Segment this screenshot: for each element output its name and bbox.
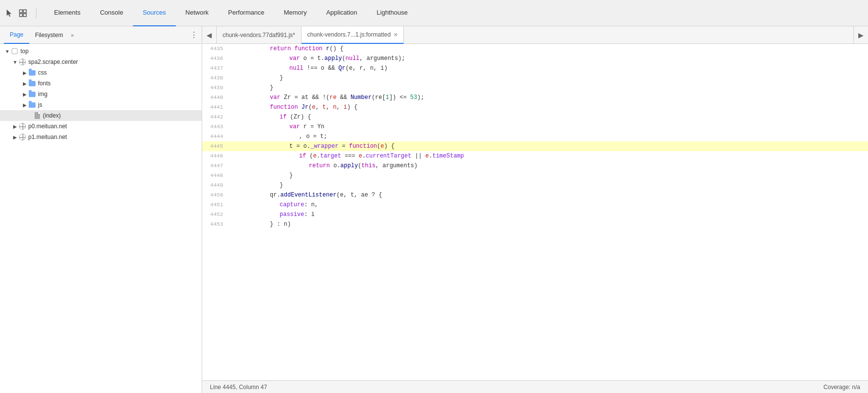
domain-icon-spa2 bbox=[19, 58, 26, 66]
code-line-4447: 4447 return o.apply(this, arguments) bbox=[202, 161, 868, 171]
line-num-4451: 4451 bbox=[202, 200, 229, 210]
tab-console[interactable]: Console bbox=[90, 0, 133, 26]
tree-item-p0[interactable]: p0.meituan.net bbox=[0, 121, 202, 132]
line-code-4448: } bbox=[229, 171, 868, 180]
coverage-status: Coverage: n/a bbox=[824, 384, 860, 391]
file-icon-index bbox=[33, 112, 41, 119]
tree-arrow-js bbox=[21, 101, 28, 108]
editor-nav-back[interactable]: ◀ bbox=[202, 26, 217, 44]
line-code-4447: return o.apply(this, arguments) bbox=[229, 161, 868, 171]
devtools-icons bbox=[4, 8, 37, 19]
line-code-4440: var Zr = at && !(re && Number(re[1]) <= … bbox=[229, 93, 868, 102]
line-num-4436: 4436 bbox=[202, 54, 229, 63]
tree-label-spa2: spa2.scrape.center bbox=[28, 59, 78, 65]
code-line-4449: 4449 } bbox=[202, 180, 868, 190]
tab-performance[interactable]: Performance bbox=[218, 0, 274, 26]
cursor-icon[interactable] bbox=[4, 8, 15, 19]
code-line-4448: 4448 } bbox=[202, 171, 868, 180]
line-code-4452: passive: i bbox=[229, 210, 868, 219]
tab-memory[interactable]: Memory bbox=[274, 0, 317, 26]
folder-icon-img bbox=[28, 90, 36, 98]
line-num-4448: 4448 bbox=[202, 171, 229, 180]
tree-item-spa2[interactable]: spa2.scrape.center bbox=[0, 57, 202, 67]
file-tree: top spa2.scrape.center css bbox=[0, 44, 202, 393]
tree-arrow-img bbox=[21, 91, 28, 98]
code-view[interactable]: 4435 return function r() { 4436 var o = … bbox=[202, 44, 868, 380]
svg-rect-3 bbox=[23, 14, 26, 17]
tree-label-top: top bbox=[20, 48, 29, 55]
svg-rect-2 bbox=[19, 14, 22, 17]
editor-tab-chunk-vendors-raw[interactable]: chunk-vendors.77daf991.js* bbox=[217, 26, 302, 44]
editor-tab-label-raw: chunk-vendors.77daf991.js* bbox=[223, 32, 295, 39]
tree-arrow-spa2 bbox=[12, 59, 19, 65]
code-line-4445: 4445 t = o._wrapper = function(e) { bbox=[202, 141, 868, 151]
editor-tab-chunk-vendors-formatted[interactable]: chunk-vendors.7...1.js:formatted × bbox=[302, 26, 404, 44]
tree-arrow-top bbox=[4, 48, 11, 55]
tree-item-css[interactable]: css bbox=[0, 67, 202, 78]
line-num-4437: 4437 bbox=[202, 63, 229, 73]
domain-icon-p1 bbox=[19, 133, 26, 141]
code-line-4444: 4444 , o = t; bbox=[202, 132, 868, 141]
tab-sources[interactable]: Sources bbox=[133, 0, 176, 26]
tree-label-p1: p1.meituan.net bbox=[28, 134, 67, 140]
tree-label-fonts: fonts bbox=[38, 80, 51, 87]
code-line-4446: 4446 if (e.target === e.currentTarget ||… bbox=[202, 151, 868, 161]
sidebar-more-button[interactable]: » bbox=[71, 32, 74, 38]
main-content: Page Filesystem » ⋮ top spa2.scrape.cent… bbox=[0, 26, 868, 393]
tree-item-index[interactable]: (index) bbox=[0, 110, 202, 121]
editor-tab-close[interactable]: × bbox=[394, 31, 397, 38]
line-code-4450: qr.addEventListener(e, t, ae ? { bbox=[229, 190, 868, 200]
tab-network[interactable]: Network bbox=[176, 0, 219, 26]
inspect-icon[interactable] bbox=[18, 8, 28, 19]
tab-lighthouse[interactable]: Lighthouse bbox=[367, 0, 417, 26]
line-num-4435: 4435 bbox=[202, 44, 229, 54]
sidebar-tab-filesystem[interactable]: Filesystem bbox=[29, 26, 69, 44]
editor-run-button[interactable]: ▶ bbox=[853, 26, 868, 44]
line-num-4450: 4450 bbox=[202, 190, 229, 200]
line-num-4449: 4449 bbox=[202, 180, 229, 190]
line-code-4441: function Jr(e, t, n, i) { bbox=[229, 102, 868, 112]
line-code-4437: null !== o && Qr(e, r, n, i) bbox=[229, 63, 868, 73]
line-code-4442: if (Zr) { bbox=[229, 112, 868, 122]
line-code-4449: } bbox=[229, 180, 868, 190]
line-num-4445: 4445 bbox=[202, 141, 229, 151]
tree-item-top[interactable]: top bbox=[0, 46, 202, 57]
code-line-4451: 4451 capture: n, bbox=[202, 200, 868, 210]
folder-icon-fonts bbox=[28, 79, 36, 87]
code-line-4450: 4450 qr.addEventListener(e, t, ae ? { bbox=[202, 190, 868, 200]
editor-tab-label-formatted: chunk-vendors.7...1.js:formatted bbox=[307, 31, 391, 38]
code-line-4442: 4442 if (Zr) { bbox=[202, 112, 868, 122]
tree-item-p1[interactable]: p1.meituan.net bbox=[0, 132, 202, 142]
tab-elements[interactable]: Elements bbox=[44, 0, 90, 26]
code-line-4439: 4439 } bbox=[202, 83, 868, 93]
sidebar-menu-button[interactable]: ⋮ bbox=[190, 30, 198, 39]
sidebar: Page Filesystem » ⋮ top spa2.scrape.cent… bbox=[0, 26, 202, 393]
line-num-4452: 4452 bbox=[202, 210, 229, 219]
tree-arrow-p1 bbox=[12, 134, 19, 140]
line-num-4438: 4438 bbox=[202, 73, 229, 83]
line-num-4441: 4441 bbox=[202, 102, 229, 112]
folder-icon-js bbox=[28, 101, 36, 109]
code-line-4437: 4437 null !== o && Qr(e, r, n, i) bbox=[202, 63, 868, 73]
tree-arrow-css bbox=[21, 69, 28, 76]
line-num-4446: 4446 bbox=[202, 151, 229, 161]
tree-item-img[interactable]: img bbox=[0, 89, 202, 99]
sidebar-tab-bar: Page Filesystem » ⋮ bbox=[0, 26, 202, 44]
line-num-4442: 4442 bbox=[202, 112, 229, 122]
line-num-4453: 4453 bbox=[202, 219, 229, 229]
line-code-4444: , o = t; bbox=[229, 132, 868, 141]
devtools-tab-bar: Elements Console Sources Network Perform… bbox=[0, 0, 868, 26]
tree-item-js[interactable]: js bbox=[0, 99, 202, 110]
code-editor: ◀ chunk-vendors.77daf991.js* chunk-vendo… bbox=[202, 26, 868, 393]
frame-icon bbox=[11, 47, 19, 55]
line-code-4445: t = o._wrapper = function(e) { bbox=[229, 141, 868, 151]
tree-item-fonts[interactable]: fonts bbox=[0, 78, 202, 89]
svg-rect-1 bbox=[23, 10, 26, 13]
tree-label-css: css bbox=[38, 69, 47, 76]
code-line-4435: 4435 return function r() { bbox=[202, 44, 868, 54]
line-code-4436: var o = t.apply(null, arguments); bbox=[229, 54, 868, 63]
tab-application[interactable]: Application bbox=[317, 0, 367, 26]
line-num-4440: 4440 bbox=[202, 93, 229, 102]
sidebar-tab-page[interactable]: Page bbox=[4, 26, 29, 44]
code-line-4452: 4452 passive: i bbox=[202, 210, 868, 219]
